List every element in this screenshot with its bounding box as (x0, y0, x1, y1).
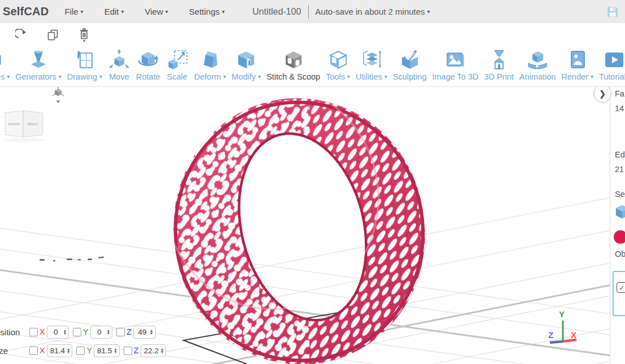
toolbar-label: Animation (519, 72, 556, 81)
chevron-down-icon: ▾ (384, 74, 387, 80)
size-z-input[interactable]: 22.2 ▲▼ (141, 344, 167, 357)
chevron-right-icon: ❯ (599, 89, 606, 99)
tutorials-icon (603, 49, 625, 72)
faces-stat-value: 14 (615, 104, 624, 113)
spinner-arrows-icon[interactable]: ▲▼ (113, 348, 117, 353)
position-y-lock-checkbox[interactable] (73, 328, 81, 336)
position-z-lock-checkbox[interactable] (116, 328, 125, 336)
toolbar-label: Utilities (356, 72, 382, 81)
drawing-icon (73, 49, 96, 72)
size-x-input[interactable]: 81.4 ▲▼ (47, 344, 73, 357)
axis-x-letter: X (40, 346, 45, 355)
modify-icon (235, 49, 257, 72)
toolbar-item-modify[interactable]: Modify▾ (229, 49, 264, 81)
view-cube-right-label[interactable]: RIGHT (28, 122, 38, 126)
menu-view[interactable]: View ▾ (145, 7, 168, 16)
toolbar-item-deform[interactable]: Deform▾ (191, 49, 229, 81)
material-color-swatch[interactable] (613, 229, 625, 247)
toolbar-label: Shapes (0, 72, 5, 81)
toolbar-item-sculpting[interactable]: Sculpting (390, 49, 430, 81)
menu-edit[interactable]: Edit ▾ (104, 7, 124, 16)
toolbar-item-rotate[interactable]: Rotate (133, 49, 163, 81)
position-y-value: 0 (94, 328, 105, 336)
axis-z-letter: Z (126, 327, 132, 336)
chevron-down-icon: ▾ (258, 74, 261, 80)
size-z-lock-checkbox[interactable] (124, 347, 132, 355)
size-y-field: Y 81.5 ▲▼ (76, 344, 119, 357)
menu-file[interactable]: File ▾ (64, 7, 83, 16)
sculpting-icon (399, 49, 421, 72)
toolbar-label: Sculpting (393, 72, 427, 81)
model-voronoi-ring[interactable] (45, 84, 610, 364)
viewport-canvas[interactable]: Y Z X (0, 84, 625, 364)
toolbar-item-tutorials[interactable]: Tutorials (596, 49, 625, 81)
menu-view-label: View (145, 7, 163, 16)
spinner-arrows-icon[interactable]: ▲▼ (107, 329, 110, 335)
toolbar-item-drawing[interactable]: Drawing▾ (64, 49, 105, 81)
position-x-lock-checkbox[interactable] (29, 328, 38, 336)
rotate-icon (137, 49, 159, 72)
menu-file-label: File (64, 7, 78, 16)
trash-icon (79, 28, 89, 40)
position-z-input[interactable]: 49 ▲▼ (133, 326, 155, 339)
toolbar-item-move[interactable]: Move (105, 49, 133, 81)
toolbar-item-tools[interactable]: Tools▾ (323, 49, 353, 81)
edges-stat-label: Ed (615, 150, 625, 159)
chevron-down-icon: ▾ (121, 9, 124, 15)
position-z-value: 49 (137, 328, 148, 336)
toolbar-label: Modify (231, 72, 256, 81)
menu-settings-label: Settings (189, 7, 220, 16)
size-row: Size X 81.4 ▲▼ Y 81.5 ▲▼ Z 22.2 ▲▼ (0, 343, 170, 358)
app-logo: SelfCAD (3, 5, 49, 18)
menu-settings[interactable]: Settings ▾ (189, 7, 225, 16)
autosave-dropdown[interactable]: Auto-save in about 2 minutes ▾ (315, 7, 430, 16)
toolbar-item-image-to-3d[interactable]: Image To 3D (430, 49, 482, 81)
size-y-input[interactable]: 81.5 ▲▼ (94, 344, 120, 357)
spinner-arrows-icon[interactable]: ▲▼ (67, 348, 70, 353)
position-x-value: 0 (50, 328, 62, 336)
toolbar-item-3d-print[interactable]: 3D Print (481, 49, 516, 81)
position-x-input[interactable]: 0 ▲▼ (47, 326, 69, 339)
view-cube[interactable]: FRONT RIGHT (2, 105, 48, 143)
spinner-arrows-icon[interactable]: ▲▼ (150, 329, 153, 335)
toolbar-item-render[interactable]: Render▾ (558, 49, 596, 81)
stitch-scoop-icon (282, 49, 305, 72)
axis-y-letter: Y (86, 346, 92, 355)
size-x-lock-checkbox[interactable] (29, 347, 38, 355)
size-y-lock-checkbox[interactable] (76, 347, 85, 355)
copy-button[interactable] (47, 29, 59, 41)
toolbar-item-stitch-scoop[interactable]: Stitch & Scoop (264, 49, 323, 81)
size-label: Size (0, 346, 29, 356)
view-cube-front-label[interactable]: FRONT (8, 122, 20, 126)
distant-marks (40, 256, 104, 261)
chevron-down-icon: ▾ (81, 9, 84, 15)
size-y-value: 81.5 (97, 347, 112, 355)
chevron-down-icon: ▾ (83, 40, 85, 42)
toolbar-item-animation[interactable]: Animation (517, 49, 558, 81)
panel-collapse-button[interactable]: ❯ (593, 85, 611, 103)
toolbar-item-generators[interactable]: Generators▾ (12, 49, 64, 81)
divider (308, 5, 309, 19)
chevron-down-icon: ▾ (347, 74, 350, 80)
save-button[interactable] (606, 6, 619, 18)
position-y-input[interactable]: 0 ▲▼ (90, 326, 112, 339)
viewport[interactable]: Y Z X FRONT RIGHT Position X 0 ▲▼ (0, 84, 625, 364)
selected-mesh-icon[interactable] (613, 203, 625, 223)
object-list-item[interactable]: ✓ (613, 271, 625, 316)
properties-panel: Fa 14 Ed 21 Sel Ob ✓ (610, 84, 625, 364)
object-visibility-checkbox[interactable]: ✓ (617, 282, 625, 293)
autosave-status: Auto-save in about 2 minutes (315, 7, 425, 16)
objects-label: Ob (615, 249, 625, 258)
toolbar-item-shapes[interactable]: Shapes▾ (0, 49, 12, 81)
toolbar-label: Tutorials (599, 72, 625, 81)
toolbar-item-scale[interactable]: Scale (163, 49, 191, 81)
size-z-value: 22.2 (144, 347, 159, 355)
toolbar-item-utilities[interactable]: Utilities▾ (353, 49, 390, 81)
redo-button[interactable] (15, 29, 27, 41)
orientation-gizmo[interactable] (49, 84, 68, 106)
delete-button[interactable]: ▾ (79, 28, 89, 42)
chevron-down-icon: ▾ (427, 9, 430, 15)
spinner-arrows-icon[interactable]: ▲▼ (160, 348, 164, 353)
spinner-arrows-icon[interactable]: ▲▼ (63, 329, 67, 335)
render-icon (566, 49, 589, 72)
